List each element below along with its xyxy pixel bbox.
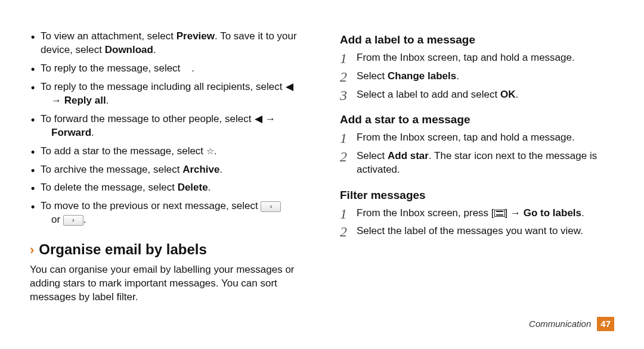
step-number: 1 [340, 49, 347, 68]
step-number: 2 [340, 147, 347, 166]
steps-add-label: 1From the Inbox screen, tap and hold a m… [340, 51, 614, 102]
arrow-text: → [51, 95, 64, 106]
step-text: From the Inbox screen, tap and hold a me… [357, 52, 575, 63]
section-paragraph: You can organise your email by labelling… [30, 263, 304, 304]
tip-prev-next: To move to the previous or next message,… [30, 200, 304, 227]
step-1: 1From the Inbox screen, press [] → Go to… [340, 207, 614, 220]
step-2: 2Select Change labels. [340, 70, 614, 83]
bold: Go to labels [524, 207, 581, 219]
subheading-add-star: Add a star to a message [340, 112, 614, 127]
text: To view an attachment, select [41, 30, 177, 42]
section-heading-organise: ›Organise email by labels [30, 240, 304, 259]
step-number: 2 [340, 222, 347, 241]
tip-reply: To reply to the message, select . [30, 62, 304, 76]
bold-download: Download [105, 44, 153, 55]
text: . [83, 214, 86, 225]
text: To add a star to the message, select [41, 145, 206, 157]
bold-reply-all: Reply all [64, 95, 106, 106]
step-number: 3 [340, 86, 347, 105]
step-text: Select [357, 70, 388, 82]
step-1: 1From the Inbox screen, tap and hold a m… [340, 51, 614, 65]
next-button-icon: › [63, 215, 83, 226]
footer-section-name: Communication [529, 319, 591, 329]
bold-archive: Archive [182, 164, 219, 175]
step-text: ] → [505, 207, 524, 219]
subheading-filter: Filter messages [340, 188, 614, 203]
reply-icon-placeholder [183, 63, 191, 74]
tip-delete: To delete the message, select Delete. [30, 181, 304, 195]
text: . [106, 95, 109, 106]
text: . [153, 44, 156, 55]
bold: OK [500, 89, 516, 100]
text: To delete the message, select [41, 182, 178, 193]
subheading-add-label: Add a label to a message [340, 32, 614, 48]
bold: Add star [388, 150, 429, 161]
text: . [191, 63, 194, 74]
manual-page: To view an attachment, select Preview. T… [0, 0, 644, 349]
tip-archive: To archive the message, select Archive. [30, 163, 304, 177]
tip-preview-download: To view an attachment, select Preview. T… [30, 30, 304, 57]
step-text: . [516, 89, 519, 100]
step-1: 1From the Inbox screen, tap and hold a m… [340, 131, 614, 145]
tips-list: To view an attachment, select Preview. T… [30, 30, 304, 227]
bold-forward: Forward [51, 127, 91, 138]
step-text: Select [357, 150, 388, 161]
step-number: 1 [340, 204, 347, 223]
caret-icon: › [30, 242, 34, 257]
step-text: From the Inbox screen, press [ [357, 207, 494, 219]
text: . [220, 164, 223, 175]
text: To move to the previous or next message,… [41, 200, 261, 211]
footer-page-number: 47 [597, 317, 614, 331]
bold-delete: Delete [178, 182, 208, 193]
step-2: 2Select Add star. The star icon next to … [340, 149, 614, 177]
step-2: 2Select the label of the messages you wa… [340, 225, 614, 238]
text: To reply to the message, select [41, 63, 183, 74]
menu-icon [494, 210, 505, 217]
forward-icon: ◀ [254, 113, 262, 126]
tip-reply-all: To reply to the message including all re… [30, 80, 304, 108]
text: To forward the message to other people, … [41, 113, 254, 124]
page-footer: Communication47 [529, 317, 614, 331]
tip-add-star: To add a star to the message, select ☆. [30, 145, 304, 158]
text: To reply to the message including all re… [41, 81, 285, 92]
step-text: Select the label of the messages you wan… [357, 225, 583, 236]
text: To archive the message, select [41, 164, 182, 175]
steps-add-star: 1From the Inbox screen, tap and hold a m… [340, 131, 614, 177]
section-title: Organise email by labels [39, 241, 206, 257]
step-text: Select a label to add and select [357, 89, 500, 100]
text: . [214, 145, 217, 157]
tip-forward: To forward the message to other people, … [30, 113, 304, 140]
bold-preview: Preview [177, 30, 215, 42]
step-text: . [456, 70, 459, 82]
step-3: 3Select a label to add and select OK. [340, 88, 614, 102]
text-line2: or ›. [41, 214, 86, 225]
right-column: Add a label to a message 1From the Inbox… [334, 30, 620, 331]
prev-button-icon: ‹ [261, 201, 281, 212]
steps-filter: 1From the Inbox screen, press [] → Go to… [340, 207, 614, 239]
star-icon: ☆ [206, 145, 214, 157]
arrow-text: → [262, 113, 275, 124]
text-line2: → Reply all. [41, 95, 109, 106]
text-line2: Forward. [41, 127, 94, 138]
reply-all-icon: ◀ [285, 80, 293, 94]
step-number: 2 [340, 67, 347, 86]
text: . [208, 182, 211, 193]
step-text: . [581, 207, 584, 219]
bold: Change labels [388, 70, 456, 82]
step-number: 1 [340, 129, 347, 148]
or-text: or [51, 214, 63, 225]
step-text: From the Inbox screen, tap and hold a me… [357, 132, 575, 143]
left-column: To view an attachment, select Preview. T… [24, 30, 310, 331]
text: . [91, 127, 94, 138]
